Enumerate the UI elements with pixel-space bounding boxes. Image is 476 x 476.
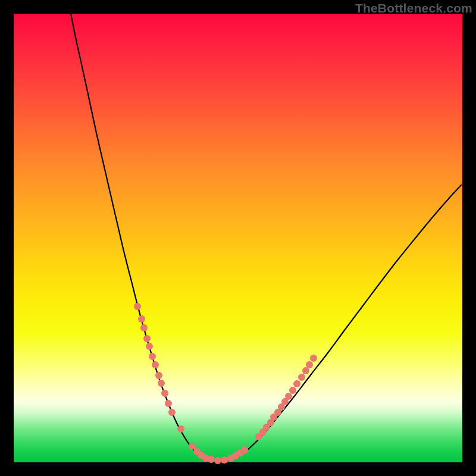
- marker-dot: [161, 390, 168, 397]
- marker-dot: [289, 387, 296, 394]
- marker-dot: [158, 380, 165, 387]
- marker-dot: [143, 335, 151, 342]
- marker-dot: [208, 456, 215, 463]
- marker-dot: [306, 361, 313, 368]
- marker-dot: [155, 372, 162, 379]
- marker-dot: [241, 446, 248, 453]
- marker-dot: [140, 324, 148, 331]
- marker-dot: [152, 361, 159, 368]
- marker-dot: [146, 343, 153, 350]
- marker-dot: [298, 374, 305, 381]
- marker-dot: [138, 315, 145, 322]
- marker-dot: [285, 393, 292, 400]
- curve-left: [71, 14, 218, 461]
- chart-overlay: [14, 14, 462, 462]
- marker-dot: [149, 353, 156, 360]
- marker-dot: [177, 425, 184, 433]
- curve-right: [218, 185, 461, 461]
- marker-dot: [165, 400, 172, 407]
- marker-dot: [214, 457, 221, 464]
- marker-dot: [221, 456, 228, 464]
- marker-group: [134, 303, 317, 464]
- marker-dot: [189, 443, 196, 450]
- marker-dot: [293, 380, 300, 387]
- marker-dot: [302, 367, 309, 374]
- marker-dot: [310, 355, 317, 362]
- marker-dot: [134, 303, 141, 310]
- marker-dot: [168, 409, 176, 416]
